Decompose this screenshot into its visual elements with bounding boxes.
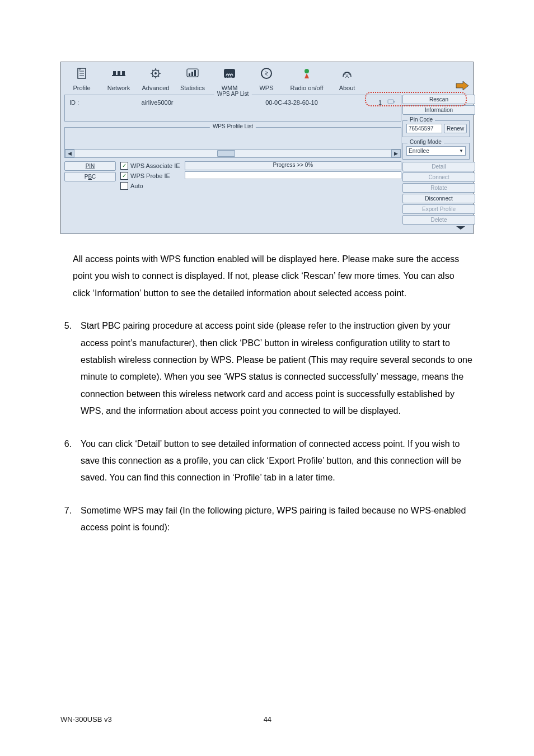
item-text: Sometime WPS may fail (In the following …: [81, 502, 474, 536]
about-tab[interactable]: A About: [329, 62, 366, 91]
wps-tab[interactable]: WPS: [248, 62, 285, 91]
h-scrollbar[interactable]: ◀ ▶: [65, 149, 401, 157]
svg-line-16: [158, 76, 159, 77]
statistics-tab[interactable]: Statistics: [174, 62, 211, 91]
profile-list-area[interactable]: ◀ ▶: [65, 130, 401, 157]
wmm-icon: QoS: [222, 67, 237, 80]
profile-icon: P: [75, 67, 88, 80]
svg-rect-8: [122, 71, 125, 76]
svg-rect-29: [394, 101, 395, 102]
next-arrow-icon[interactable]: [455, 80, 470, 91]
svg-rect-6: [113, 71, 116, 76]
pin-code-box: Pin Code Renew: [402, 120, 470, 137]
config-mode-title: Config Mode: [407, 139, 444, 145]
footer-page: 44: [264, 715, 271, 724]
svg-point-26: [305, 69, 309, 73]
wps-ap-list-title: WPS AP List: [214, 91, 252, 97]
radio-icon: [300, 67, 313, 80]
status-field: [185, 171, 401, 179]
scroll-thumb[interactable]: [217, 150, 235, 157]
chevron-down-icon: [455, 225, 466, 231]
wps-profile-list-title: WPS Profile List: [210, 123, 256, 129]
ap-list-row[interactable]: ID : airlive5000r 00-0C-43-28-60-10 1: [68, 99, 397, 106]
item-number: 5.: [60, 318, 72, 419]
paragraph-intro: All access points with WPS function enab…: [73, 251, 474, 302]
expand-arrow[interactable]: [402, 225, 470, 231]
disconnect-button[interactable]: Disconnect: [402, 194, 475, 203]
page-footer: WN-300USB v3 44: [0, 570, 534, 735]
statistics-icon: [185, 67, 200, 80]
svg-line-17: [152, 76, 153, 77]
profile-tab[interactable]: P Profile: [63, 62, 100, 91]
auto-label: Auto: [130, 183, 143, 189]
list-item: 6. You can click ‘Detail’ button to see …: [60, 436, 474, 487]
app-window: P Profile Network Advanced Statistics Qo…: [60, 62, 474, 234]
svg-text:QoS: QoS: [226, 76, 233, 80]
rescan-button[interactable]: Rescan: [402, 95, 475, 104]
ap-ssid: airlive5000r: [92, 99, 223, 106]
id-label: ID :: [69, 99, 88, 106]
scroll-left-button[interactable]: ◀: [65, 150, 74, 157]
radio-tab[interactable]: Radio on/off: [285, 62, 329, 91]
pin-code-title: Pin Code: [407, 116, 435, 123]
bottom-controls: PIN PBC WPS Associate IE WPS Probe IE Au…: [64, 161, 401, 190]
svg-rect-28: [388, 100, 394, 104]
item-text: Start PBC pairing procedure at access po…: [81, 318, 474, 419]
svg-rect-22: [194, 70, 196, 76]
wps-probe-label: WPS Probe IE: [130, 172, 170, 179]
progress-label: Progress >> 0%: [185, 162, 401, 168]
item-text: You can click ‘Detail’ button to see det…: [81, 436, 474, 487]
wps-ap-list-box: WPS AP List ID : airlive5000r 00-0C-43-2…: [64, 95, 401, 122]
wps-associate-label: WPS Associate IE: [130, 162, 180, 169]
config-mode-value: Enrollee: [409, 148, 429, 154]
svg-line-15: [152, 70, 153, 71]
renew-button[interactable]: Renew: [444, 124, 467, 133]
rotate-button[interactable]: Rotate: [402, 183, 475, 193]
detail-button[interactable]: Detail: [402, 162, 475, 171]
progress-bar: Progress >> 0%: [185, 161, 401, 170]
list-item: 7. Sometime WPS may fail (In the followi…: [60, 502, 474, 536]
config-mode-box: Config Mode Enrollee ▼: [402, 143, 470, 160]
ap-mac: 00-0C-43-28-60-10: [226, 99, 357, 106]
wmm-tab[interactable]: QoS WMM: [211, 62, 248, 91]
svg-text:P: P: [79, 68, 81, 71]
item-number: 6.: [60, 436, 72, 487]
svg-rect-7: [118, 71, 120, 76]
about-icon: A: [340, 67, 354, 80]
delete-button[interactable]: Delete: [402, 215, 475, 225]
wps-associate-checkbox[interactable]: [120, 162, 128, 170]
pbc-button[interactable]: PBC: [64, 172, 116, 181]
export-profile-button[interactable]: Export Profile: [402, 204, 475, 214]
svg-line-18: [158, 70, 159, 71]
signal-icon: [385, 99, 397, 106]
item-number: 7.: [60, 502, 72, 536]
information-button[interactable]: Information: [402, 105, 475, 115]
svg-point-10: [154, 72, 157, 74]
wps-probe-checkbox[interactable]: [120, 172, 128, 180]
config-mode-select[interactable]: Enrollee ▼: [406, 146, 466, 156]
pin-code-input[interactable]: [406, 124, 442, 133]
advanced-tab[interactable]: Advanced: [137, 62, 174, 91]
chevron-down-icon: ▼: [459, 148, 463, 153]
svg-rect-21: [191, 72, 193, 76]
list-item: 5. Start PBC pairing procedure at access…: [60, 318, 474, 419]
svg-text:A: A: [345, 73, 349, 79]
scroll-track[interactable]: [74, 150, 391, 157]
scroll-right-button[interactable]: ▶: [391, 150, 401, 157]
wps-icon: [259, 67, 274, 80]
pin-button[interactable]: PIN: [64, 161, 116, 171]
footer-model: WN-300USB v3: [60, 715, 112, 724]
wps-profile-list-box: WPS Profile List ◀ ▶: [64, 127, 401, 158]
svg-rect-20: [189, 73, 190, 76]
ap-channel: 1: [360, 99, 382, 106]
gear-icon: [148, 67, 163, 80]
auto-checkbox[interactable]: [120, 182, 128, 190]
network-icon: [110, 67, 127, 80]
connect-button[interactable]: Connect: [402, 172, 475, 182]
network-tab[interactable]: Network: [100, 62, 137, 91]
main-toolbar: P Profile Network Advanced Statistics Qo…: [61, 62, 473, 92]
